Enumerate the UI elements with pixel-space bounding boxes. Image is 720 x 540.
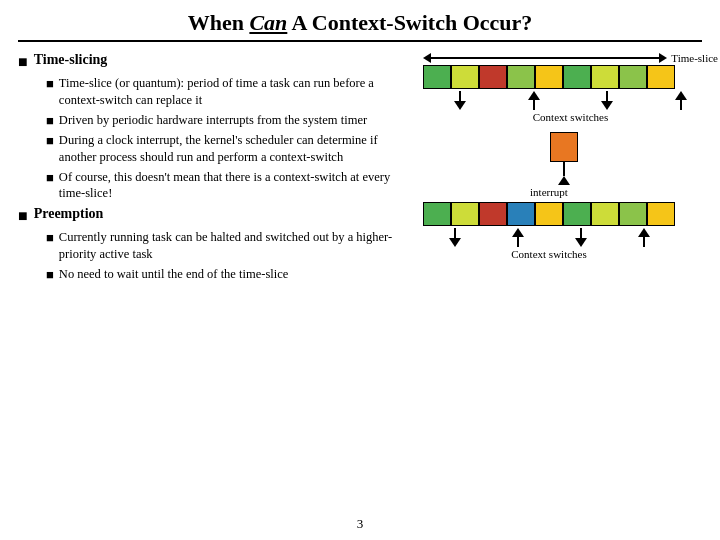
block-y1 — [535, 65, 563, 89]
block-l2 — [591, 65, 619, 89]
interrupt-up-arrow — [558, 162, 570, 185]
sub-bullet-1-1: ■ Time-slice (or quantum): period of tim… — [46, 75, 408, 109]
sub-text-1-3: During a clock interrupt, the kernel's s… — [59, 132, 408, 166]
cs-arrow-3 — [601, 91, 613, 110]
block2-y2 — [647, 202, 675, 226]
block2-r1 — [479, 202, 507, 226]
cs-arrows-row-2 — [423, 228, 675, 247]
sub-marker-1-3: ■ — [46, 133, 54, 149]
cs2-arrow-head-4 — [638, 228, 650, 237]
cs-arrow-stem-4 — [680, 100, 682, 110]
page-number: 3 — [357, 516, 364, 532]
context-switches-label-2: Context switches — [423, 248, 675, 260]
cs2-arrow-stem-3 — [580, 228, 582, 238]
cs2-arrow-stem-4 — [643, 237, 645, 247]
sub-text-1-2: Driven by periodic hardware interrupts f… — [59, 112, 367, 129]
sub-text-1-1: Time-slice (or quantum): period of time … — [59, 75, 408, 109]
bullet-marker-1: ■ — [18, 53, 28, 71]
block-lg2 — [619, 65, 647, 89]
sub-text-1-4: Of course, this doesn't mean that there … — [59, 169, 408, 203]
interrupt-label: interrupt — [423, 186, 675, 198]
block-g1 — [423, 65, 451, 89]
title-rest: A Context-Switch Occur? — [287, 10, 532, 35]
sub-bullet-1-2: ■ Driven by periodic hardware interrupts… — [46, 112, 408, 129]
cs2-arrow-2 — [512, 228, 524, 247]
sub-text-2-1: Currently running task can be halted and… — [59, 229, 408, 263]
block2-lg1 — [619, 202, 647, 226]
cs2-arrow-stem-1 — [454, 228, 456, 238]
cs2-arrow-head-1 — [449, 238, 461, 247]
cs-arrow-stem-3 — [606, 91, 608, 101]
sub-bullets-time-slicing: ■ Time-slice (or quantum): period of tim… — [46, 75, 408, 202]
cs2-arrow-head-2 — [512, 228, 524, 237]
cs2-arrow-1 — [449, 228, 461, 247]
interrupt-arrow-head — [558, 176, 570, 185]
block2-g2 — [563, 202, 591, 226]
slide-page: When Can A Context-Switch Occur? ■ Time-… — [0, 0, 720, 540]
cs-arrow-head-2 — [528, 91, 540, 100]
interrupt-block — [550, 132, 578, 162]
title-when: When — [188, 10, 250, 35]
block-lg1 — [507, 65, 535, 89]
context-switches-label-1: Context switches — [423, 111, 718, 123]
sub-marker-1-2: ■ — [46, 113, 54, 129]
block2-g1 — [423, 202, 451, 226]
cs-arrow-stem-1 — [459, 91, 461, 101]
arrow-right-head — [659, 53, 667, 63]
sub-marker-2-2: ■ — [46, 267, 54, 283]
timeslice-arrow-row: Time-slice — [423, 52, 718, 64]
sub-text-2-2: No need to wait until the end of the tim… — [59, 266, 288, 283]
cs-arrow-1 — [454, 91, 466, 110]
sub-marker-1-4: ■ — [46, 170, 54, 186]
blocks-row-2 — [423, 202, 675, 226]
block-r1 — [479, 65, 507, 89]
bullet-marker-2: ■ — [18, 207, 28, 225]
block2-b1 — [507, 202, 535, 226]
sub-bullet-1-4: ■ Of course, this doesn't mean that ther… — [46, 169, 408, 203]
timeslice-double-arrow — [423, 53, 667, 63]
main-bullet-label-2: Preemption — [34, 206, 104, 222]
main-bullet-time-slicing: ■ Time-slicing — [18, 52, 408, 71]
right-column: Time-slice — [418, 52, 718, 287]
block2-y1 — [535, 202, 563, 226]
diagram1: Time-slice — [423, 52, 718, 123]
interrupt-wrapper — [453, 132, 675, 185]
cs-arrow-head-4 — [675, 91, 687, 100]
cs-arrow-2 — [528, 91, 540, 110]
sub-marker-2-1: ■ — [46, 230, 54, 246]
main-bullet-preemption: ■ Preemption — [18, 206, 408, 225]
cs-arrow-head-3 — [601, 101, 613, 110]
left-column: ■ Time-slicing ■ Time-slice (or quantum)… — [18, 52, 418, 287]
sub-bullets-preemption: ■ Currently running task can be halted a… — [46, 229, 408, 283]
sub-marker-1-1: ■ — [46, 76, 54, 92]
content-area: ■ Time-slicing ■ Time-slice (or quantum)… — [18, 52, 702, 287]
sub-bullet-2-1: ■ Currently running task can be halted a… — [46, 229, 408, 263]
cs-arrow-stem-2 — [533, 100, 535, 110]
blocks-row-1 — [423, 65, 718, 89]
diagram2: interrupt — [423, 129, 675, 260]
main-bullet-label-1: Time-slicing — [34, 52, 108, 68]
cs-arrow-4 — [675, 91, 687, 110]
cs-arrow-head-1 — [454, 101, 466, 110]
arrow-left-head — [423, 53, 431, 63]
cs2-arrow-3 — [575, 228, 587, 247]
arrow-line — [431, 57, 659, 59]
block2-l1 — [451, 202, 479, 226]
sub-bullet-1-3: ■ During a clock interrupt, the kernel's… — [46, 132, 408, 166]
block2-l2 — [591, 202, 619, 226]
timeslice-label: Time-slice — [671, 52, 718, 64]
cs2-arrow-stem-2 — [517, 237, 519, 247]
slide-title: When Can A Context-Switch Occur? — [18, 10, 702, 42]
title-can: Can — [249, 10, 287, 35]
sub-bullet-2-2: ■ No need to wait until the end of the t… — [46, 266, 408, 283]
cs2-arrow-4 — [638, 228, 650, 247]
block-g2 — [563, 65, 591, 89]
interrupt-arrow-stem — [563, 162, 565, 176]
cs-arrows-row-1 — [423, 91, 718, 110]
block-y2 — [647, 65, 675, 89]
block-l1 — [451, 65, 479, 89]
cs2-arrow-head-3 — [575, 238, 587, 247]
